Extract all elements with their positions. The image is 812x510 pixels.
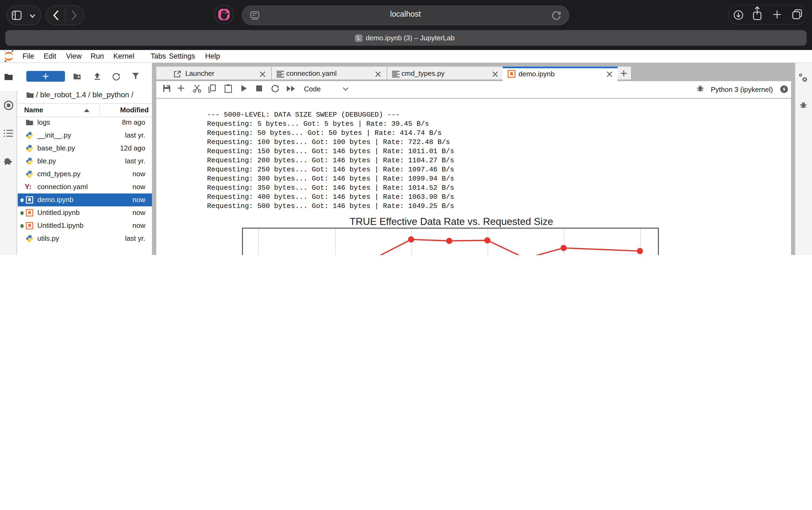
svg-text:TRUE Effective Data Rate vs. R: TRUE Effective Data Rate vs. Requested S… xyxy=(350,216,553,227)
